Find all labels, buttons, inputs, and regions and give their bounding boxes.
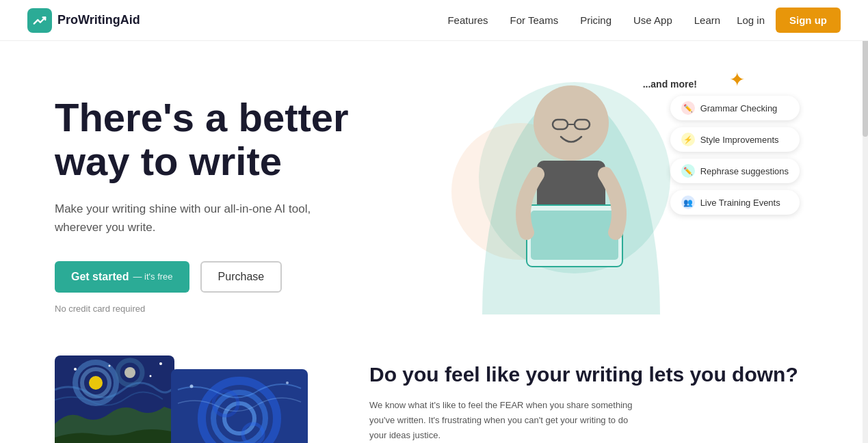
rephrase-icon: ✏️ bbox=[681, 164, 695, 178]
svg-point-13 bbox=[124, 367, 135, 378]
nav-item-learn[interactable]: Learn bbox=[694, 14, 720, 26]
svg-point-25 bbox=[286, 381, 289, 384]
grammar-icon: ✏️ bbox=[681, 101, 695, 115]
blue-art-card: My idea in my head bbox=[171, 369, 308, 443]
hero-section: There's a better way to write Make your … bbox=[0, 41, 868, 342]
section2-content: Do you feel like your writing lets you d… bbox=[328, 355, 813, 443]
starry-night-card bbox=[55, 355, 174, 443]
svg-point-16 bbox=[150, 375, 152, 377]
svg-point-15 bbox=[109, 365, 111, 367]
feature-tags-container: ✏️ Grammar Checking ⚡ Style Improvements… bbox=[670, 96, 800, 215]
nav-item-features[interactable]: Features bbox=[447, 14, 488, 26]
hero-content: There's a better way to write Make your … bbox=[55, 82, 438, 314]
feature-tag-training-label: Live Training Events bbox=[700, 198, 780, 208]
hero-illustration: ✦ ...and more! ✏️ Grammar Checking ⚡ Sty… bbox=[438, 68, 813, 314]
style-icon: ⚡ bbox=[681, 133, 695, 146]
sparkle-icon: ✦ bbox=[729, 68, 745, 91]
feature-tag-style-label: Style Improvements bbox=[700, 135, 779, 145]
nav-actions: Log in Sign up bbox=[737, 8, 841, 33]
purchase-button[interactable]: Purchase bbox=[200, 261, 282, 293]
feature-tag-rephrase: ✏️ Rephrase suggestions bbox=[670, 159, 800, 183]
nav-item-pricing[interactable]: Pricing bbox=[580, 14, 611, 26]
brand-logo[interactable]: ProWritingAid bbox=[27, 8, 140, 33]
navbar: ProWritingAid Features For Teams Pricing… bbox=[0, 0, 868, 41]
nav-links: Features For Teams Pricing Use App Learn bbox=[447, 14, 720, 26]
feature-tag-grammar: ✏️ Grammar Checking bbox=[670, 96, 800, 120]
training-icon: 👥 bbox=[681, 196, 695, 209]
svg-point-17 bbox=[159, 362, 162, 365]
brand-name: ProWritingAid bbox=[57, 13, 140, 27]
art-cards-container: My idea in my head bbox=[55, 355, 315, 443]
svg-point-14 bbox=[74, 368, 77, 371]
nav-item-use-app[interactable]: Use App bbox=[633, 14, 672, 26]
hero-title: There's a better way to write bbox=[55, 96, 438, 183]
hero-subtitle: Make your writing shine with our all-in-… bbox=[55, 200, 328, 237]
hero-cta-group: Get started — it's free Purchase bbox=[55, 261, 438, 293]
nav-item-for-teams[interactable]: For Teams bbox=[510, 14, 559, 26]
person-illustration bbox=[479, 68, 663, 314]
logo-icon bbox=[27, 8, 52, 33]
get-started-button[interactable]: Get started — it's free bbox=[55, 261, 189, 293]
section2-body: We know what it's like to feel the FEAR … bbox=[369, 398, 643, 443]
feature-tag-rephrase-label: Rephrase suggestions bbox=[700, 166, 789, 176]
feature-tag-grammar-label: Grammar Checking bbox=[700, 103, 778, 113]
svg-rect-7 bbox=[531, 211, 618, 260]
section2: My idea in my head Do you feel like your… bbox=[0, 342, 868, 443]
get-started-label: Get started bbox=[71, 271, 129, 283]
hero-note: No credit card required bbox=[55, 304, 438, 314]
svg-point-11 bbox=[89, 376, 103, 390]
signup-button[interactable]: Sign up bbox=[776, 8, 841, 33]
feature-tag-training: 👥 Live Training Events bbox=[670, 190, 800, 215]
section2-illustration: My idea in my head bbox=[55, 355, 328, 443]
and-more-label: ...and more! bbox=[643, 79, 697, 90]
svg-point-24 bbox=[190, 385, 194, 388]
login-button[interactable]: Log in bbox=[737, 14, 765, 26]
section2-title: Do you feel like your writing lets you d… bbox=[369, 362, 813, 387]
free-tag: — it's free bbox=[133, 271, 172, 282]
scrollbar[interactable] bbox=[863, 0, 868, 443]
feature-tag-style: ⚡ Style Improvements bbox=[670, 127, 800, 152]
svg-point-1 bbox=[534, 85, 609, 161]
